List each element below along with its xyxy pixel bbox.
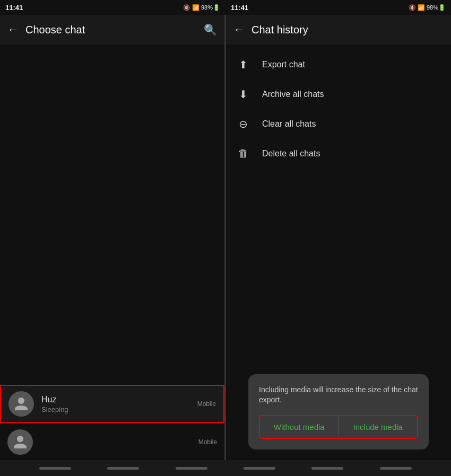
main-layout: ← Choose chat 🔍 Huz Sleeping Mobile	[0, 15, 451, 460]
chat-info-huz: Huz Sleeping	[41, 395, 197, 413]
right-time: 11:41	[231, 4, 248, 12]
bottom-nav-bar	[0, 460, 451, 476]
export-dialog: Including media will increase the size o…	[248, 374, 429, 449]
chat-status-huz: Sleeping	[41, 406, 197, 413]
left-panel: ← Choose chat 🔍 Huz Sleeping Mobile	[0, 15, 225, 460]
search-icon[interactable]: 🔍	[204, 23, 217, 36]
chat-platform-second: Mobile	[198, 438, 217, 446]
left-status-bar: 11:41 🔇 📶 98%🔋	[0, 0, 226, 15]
avatar-second	[7, 429, 33, 455]
right-status-bar: 11:41 🔇 📶 98%🔋	[226, 0, 451, 15]
nav-pill-2	[107, 467, 139, 470]
left-nav-pills	[21, 467, 226, 470]
nav-pill-1	[39, 467, 71, 470]
left-back-button[interactable]: ←	[7, 23, 19, 37]
dialog-buttons: Without media Include media	[259, 415, 418, 439]
chat-platform-huz: Mobile	[197, 400, 216, 408]
status-bar: 11:41 🔇 📶 98%🔋 11:41 🔇 📶 98%🔋	[0, 0, 451, 15]
left-time: 11:41	[5, 4, 23, 12]
export-chat-item[interactable]: ⬆ Export chat	[226, 50, 451, 80]
chat-list: Huz Sleeping Mobile Mobile	[0, 385, 224, 460]
export-label: Export chat	[262, 60, 305, 69]
nav-pill-4	[244, 467, 275, 470]
right-status-icons: 🔇 📶 98%🔋	[409, 4, 446, 11]
avatar-huz	[8, 391, 34, 417]
nav-pill-6	[380, 467, 412, 470]
right-back-button[interactable]: ←	[233, 23, 245, 37]
right-header: ← Chat history	[226, 15, 451, 45]
right-header-title: Chat history	[251, 24, 444, 36]
export-icon: ⬆	[237, 58, 249, 71]
chat-item-huz[interactable]: Huz Sleeping Mobile	[0, 385, 224, 423]
nav-pill-3	[176, 467, 207, 470]
delete-chats-item[interactable]: 🗑 Delete all chats	[226, 139, 451, 168]
delete-label: Delete all chats	[262, 149, 320, 158]
clear-chats-item[interactable]: ⊖ Clear all chats	[226, 109, 451, 139]
without-media-button[interactable]: Without media	[260, 416, 339, 438]
archive-icon: ⬇	[237, 88, 249, 101]
left-status-icons: 🔇 📶 98%🔋	[183, 4, 220, 11]
left-header-title: Choose chat	[25, 24, 204, 36]
chat-item-second[interactable]: Mobile	[0, 424, 224, 460]
delete-icon: 🗑	[237, 147, 249, 160]
dialog-area: Including media will increase the size o…	[226, 364, 451, 460]
include-media-button[interactable]: Include media	[339, 416, 418, 438]
menu-list: ⬆ Export chat ⬇ Archive all chats ⊖ Clea…	[226, 45, 451, 364]
chat-name-huz: Huz	[41, 395, 197, 404]
right-nav-pills	[226, 467, 430, 470]
clear-label: Clear all chats	[262, 119, 316, 129]
dialog-description: Including media will increase the size o…	[259, 385, 418, 406]
archive-chats-item[interactable]: ⬇ Archive all chats	[226, 80, 451, 109]
nav-pill-5	[311, 467, 343, 470]
archive-label: Archive all chats	[262, 90, 324, 99]
right-panel: ← Chat history ⬆ Export chat ⬇ Archive a…	[226, 15, 451, 460]
left-header: ← Choose chat 🔍	[0, 15, 224, 45]
clear-icon: ⊖	[237, 118, 249, 130]
